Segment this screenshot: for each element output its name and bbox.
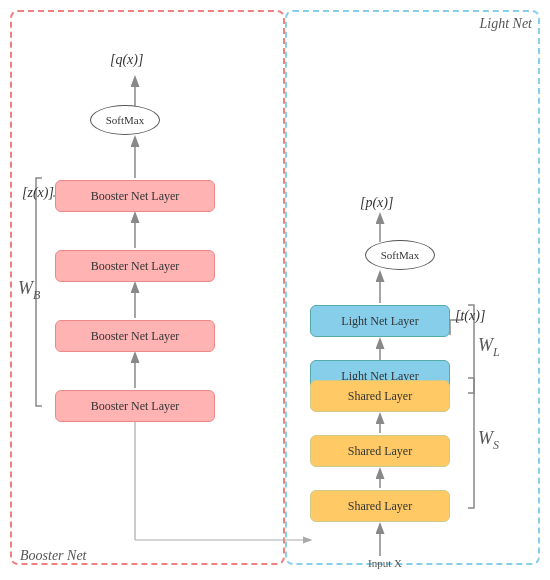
- z-x-label: [z(x)]: [22, 185, 54, 201]
- shared-layer-3: Shared Layer: [310, 490, 450, 522]
- shared-layer-2: Shared Layer: [310, 435, 450, 467]
- booster-layer-4: Booster Net Layer: [55, 390, 215, 422]
- shared-layer-1: Shared Layer: [310, 380, 450, 412]
- w-s-label: WS: [478, 428, 499, 453]
- p-x-label: [p(x)]: [360, 195, 393, 211]
- booster-layer-1: Booster Net Layer: [55, 180, 215, 212]
- t-x-label: [t(x)]: [455, 308, 485, 324]
- booster-layer-2: Booster Net Layer: [55, 250, 215, 282]
- light-net-label: Light Net: [479, 16, 532, 32]
- light-layer-1: Light Net Layer: [310, 305, 450, 337]
- booster-layer-3: Booster Net Layer: [55, 320, 215, 352]
- softmax-booster: SoftMax: [90, 105, 160, 135]
- w-l-label: WL: [478, 335, 500, 360]
- booster-net-box: [10, 10, 285, 565]
- booster-net-label: Booster Net: [20, 548, 87, 564]
- input-x-label: Input X: [355, 557, 415, 569]
- light-net-box: [285, 10, 540, 565]
- diagram-container: Booster Net Layer Booster Net Layer Boos…: [0, 0, 550, 580]
- q-x-label: [q(x)]: [110, 52, 143, 68]
- softmax-light: SoftMax: [365, 240, 435, 270]
- w-b-label: WB: [18, 278, 40, 303]
